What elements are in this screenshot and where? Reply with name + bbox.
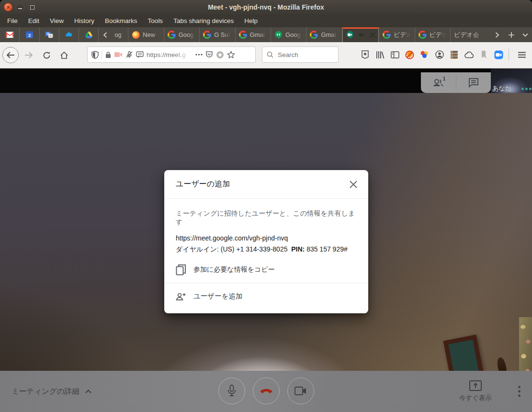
- color-balls-extension-button[interactable]: [417, 47, 432, 62]
- menu-view[interactable]: View: [45, 15, 69, 26]
- tracking-protection-shield-icon[interactable]: [91, 51, 99, 59]
- microphone-blocked-icon[interactable]: [125, 51, 133, 58]
- pin-label: PIN:: [291, 245, 305, 253]
- forward-icon: [24, 52, 33, 58]
- present-now-button[interactable]: 今すぐ表示: [449, 371, 502, 412]
- list-all-tabs-button[interactable]: [518, 27, 532, 42]
- gray-flag-icon: [481, 50, 487, 59]
- participants-button[interactable]: 1: [421, 72, 456, 93]
- disabled-bookmark-extension-button[interactable]: [476, 47, 491, 62]
- dialog-close-icon[interactable]: [349, 180, 358, 189]
- adblock-extension-button[interactable]: [402, 47, 417, 62]
- tab-label: Gmai: [250, 31, 267, 38]
- tab-label: New: [143, 31, 160, 38]
- camera-in-use-icon[interactable]: [114, 52, 123, 57]
- pinned-tab-onedrive[interactable]: [59, 27, 79, 42]
- menu-help[interactable]: Help: [239, 15, 263, 26]
- menu-history[interactable]: History: [69, 15, 100, 26]
- back-button[interactable]: [2, 47, 19, 63]
- microphone-button[interactable]: [218, 378, 245, 404]
- microphone-icon: [227, 385, 236, 397]
- bookmarks-menu-button[interactable]: [358, 47, 373, 62]
- pinned-tab-gmail[interactable]: [0, 27, 20, 42]
- hangup-button[interactable]: [253, 378, 280, 404]
- camera-button[interactable]: [287, 378, 314, 404]
- google-icon: [239, 31, 247, 39]
- more-options-button[interactable]: [511, 371, 527, 412]
- app-menu-button[interactable]: [514, 47, 530, 62]
- search-icon: [267, 51, 273, 58]
- blocker-icon: [405, 50, 414, 59]
- tab-hangouts[interactable]: Goog: [271, 27, 306, 42]
- minimize-icon: [18, 5, 22, 9]
- zoom-extension-button[interactable]: [491, 47, 506, 62]
- tab-new[interactable]: New: [128, 27, 164, 42]
- new-tab-button[interactable]: [504, 27, 518, 42]
- window-minimize-button[interactable]: [16, 3, 24, 11]
- tab-gmail-2[interactable]: Gmai: [306, 27, 342, 42]
- star-badge-icon: [361, 50, 369, 59]
- window-close-button[interactable]: ✕: [4, 3, 12, 11]
- home-button[interactable]: [57, 47, 72, 63]
- notification-bubble-icon[interactable]: [136, 51, 144, 58]
- translate-icon: GA: [45, 31, 53, 39]
- pinned-tab-calendar[interactable]: 2: [20, 27, 39, 42]
- window-maximize-button[interactable]: [28, 3, 36, 11]
- tab-clipped[interactable]: og: [111, 27, 128, 42]
- menu-file[interactable]: File: [2, 15, 23, 26]
- tab-label: og: [114, 31, 125, 38]
- tab-label: Gmai: [321, 31, 338, 38]
- pinned-tab-gdrive[interactable]: [79, 27, 99, 42]
- server-extension-button[interactable]: [447, 47, 462, 62]
- page-actions-icon[interactable]: [195, 54, 203, 56]
- tab-scroll-left-button[interactable]: [99, 27, 111, 42]
- tab-gsuite[interactable]: G Sui: [200, 27, 235, 42]
- tab-scroll-right-button[interactable]: [490, 27, 504, 42]
- participants-count-badge: 1: [442, 76, 445, 81]
- forward-button[interactable]: [21, 47, 36, 63]
- firefox-icon: [132, 31, 140, 39]
- menu-tabs-sharing-devices[interactable]: Tabs sharing devices: [168, 15, 239, 26]
- url-text[interactable]: https://meet.g: [147, 51, 192, 58]
- google-icon: [419, 31, 427, 39]
- meeting-link: https://meet.google.com/vgh-pjnd-nvq: [176, 234, 357, 242]
- url-bar[interactable]: https://meet.g: [87, 46, 256, 63]
- tab-gmail-1[interactable]: Gmai: [236, 27, 271, 42]
- tab-video-2[interactable]: ビデオ: [415, 27, 451, 42]
- menu-bookmarks[interactable]: Bookmarks: [100, 15, 143, 26]
- pin-value: 835 157 929#: [306, 245, 348, 253]
- tab-label: Goog: [285, 31, 303, 38]
- tab-video-1[interactable]: ビデオ: [379, 27, 415, 42]
- calendar-icon: 2: [25, 31, 34, 39]
- back-icon: [6, 52, 15, 58]
- server-stack-icon: [450, 50, 458, 59]
- screenshot-extension-icon[interactable]: [216, 51, 224, 59]
- home-icon: [60, 51, 68, 59]
- tab-video-3[interactable]: ビデオ会: [451, 27, 490, 42]
- copy-joining-info-button[interactable]: 参加に必要な情報をコピー: [176, 264, 357, 275]
- tab-close-icon[interactable]: [370, 32, 375, 38]
- reload-button[interactable]: [39, 47, 54, 63]
- pocket-icon[interactable]: [205, 51, 213, 58]
- pinned-tab-translate[interactable]: GA: [40, 27, 59, 42]
- search-input[interactable]: [277, 51, 331, 59]
- meeting-top-panel: 1: [421, 72, 491, 93]
- lock-icon[interactable]: [105, 51, 112, 58]
- library-button[interactable]: [373, 47, 387, 62]
- tab-audio-icon[interactable]: [358, 31, 365, 38]
- menu-edit[interactable]: Edit: [23, 15, 45, 26]
- add-users-button[interactable]: ユーザーを追加: [164, 283, 368, 309]
- tab-google-1[interactable]: Goog: [164, 27, 200, 42]
- bookmark-star-icon[interactable]: [227, 51, 235, 59]
- tab-meet-active[interactable]: [342, 27, 379, 42]
- chevron-up-icon: [85, 389, 91, 393]
- window-title: Meet - vgh-pjnd-nvq - Mozilla Firefox: [0, 0, 532, 14]
- chat-button[interactable]: [456, 72, 491, 93]
- search-bar[interactable]: [262, 46, 339, 63]
- cloud-extension-button[interactable]: [462, 47, 476, 62]
- account-button[interactable]: [432, 47, 447, 62]
- tab-label: ビデオ: [430, 31, 447, 39]
- sidebar-button[interactable]: [387, 47, 402, 62]
- meeting-details-button[interactable]: ミーティングの詳細: [11, 371, 91, 412]
- menu-tools[interactable]: Tools: [143, 15, 169, 26]
